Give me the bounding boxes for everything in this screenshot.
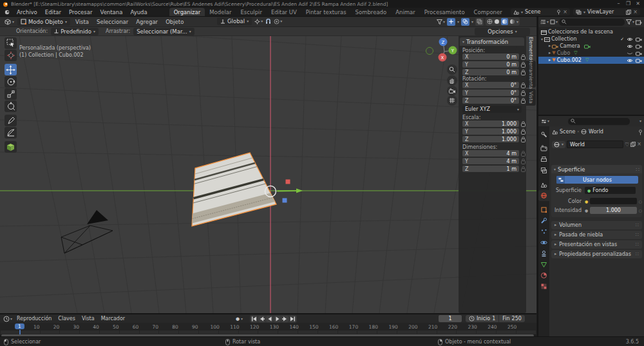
timeline-menu-item[interactable]: Vista	[79, 314, 98, 323]
chevron-down-icon[interactable]: ▾	[471, 20, 473, 24]
lock-icon[interactable]	[521, 90, 526, 96]
color-swatch[interactable]	[590, 198, 637, 204]
snap-magnet-toggle[interactable]	[265, 19, 271, 24]
tool-annotate[interactable]	[5, 115, 17, 126]
outliner-row-cubo002[interactable]: ▸ ▼ Cubo.002 ▽	[538, 57, 644, 64]
options-button[interactable]: Opciones ▾	[475, 28, 530, 35]
zoom-button[interactable]	[447, 64, 457, 75]
world-selector[interactable]: ▾	[552, 141, 565, 148]
disclosure-icon[interactable]: ▸	[549, 58, 551, 62]
position-field[interactable]: Z0 m	[462, 69, 519, 75]
tab-object[interactable]	[538, 204, 549, 215]
pan-button[interactable]	[447, 75, 457, 86]
options-chevron-icon[interactable]: ▾	[639, 119, 641, 123]
outliner-row-camera[interactable]: ▸ Camera	[538, 43, 644, 50]
unlink-icon[interactable]: ×	[633, 10, 638, 15]
new-collection-button[interactable]	[636, 19, 642, 25]
render-camera-icon[interactable]	[636, 44, 642, 49]
menu-item[interactable]: Procesar	[65, 8, 97, 16]
visibility-filter-button[interactable]: ▾	[437, 19, 445, 24]
mode-selector[interactable]: Modo Objeto ▾	[17, 18, 70, 26]
lock-icon[interactable]	[521, 54, 526, 60]
tab-scene[interactable]	[538, 179, 549, 190]
tool-transform[interactable]	[5, 101, 17, 112]
exclude-checkbox[interactable]: ✓	[620, 37, 624, 42]
shading-material-button[interactable]	[501, 18, 508, 25]
tool-select-box[interactable]	[5, 37, 17, 49]
minimize-button[interactable]: –	[614, 0, 623, 8]
shading-rendered-button[interactable]	[509, 19, 515, 24]
timeline-track[interactable]	[0, 331, 536, 334]
scale-field[interactable]: Z1.000	[462, 136, 519, 142]
breadcrumb-scene[interactable]: Scene	[560, 129, 575, 135]
xray-toggle[interactable]	[475, 18, 484, 26]
tool-scale[interactable]	[5, 88, 17, 100]
blender-menu-icon[interactable]	[0, 10, 13, 15]
close-button[interactable]: ✕	[633, 0, 643, 8]
shading-wireframe-button[interactable]	[487, 19, 493, 24]
rotation-mode-dropdown[interactable]: Euler XYZ ▾	[462, 106, 522, 113]
lock-icon[interactable]	[521, 82, 526, 88]
dimension-field[interactable]: X4 m	[462, 150, 519, 157]
editor-type-button[interactable]: ▾	[3, 316, 12, 322]
menu-item[interactable]: Ventana	[96, 8, 126, 16]
collapsed-panel[interactable]: ▸Volumen∷	[551, 221, 642, 229]
collapsed-panel[interactable]: ▸Pasada de niebla∷	[551, 231, 642, 239]
lock-icon[interactable]	[521, 70, 526, 75]
transform-panel-header[interactable]: ▾ Transformación	[460, 37, 524, 46]
workspace-tab[interactable]: Componer	[469, 8, 507, 16]
snap-target-button[interactable]: ▾	[254, 19, 263, 24]
tab-render[interactable]	[538, 143, 549, 154]
lock-icon[interactable]	[521, 98, 526, 104]
drag-setting-dropdown[interactable]: Seleccionar (Mar... ▾	[133, 28, 194, 35]
copy-icon[interactable]	[626, 10, 631, 15]
tab-tool[interactable]	[538, 129, 549, 140]
timeline-ruler[interactable]: 1102030405060708090100110120130140150160…	[0, 323, 536, 331]
n-panel-tab[interactable]: Elemento	[526, 37, 536, 59]
lock-icon[interactable]	[521, 166, 526, 172]
playhead[interactable]	[19, 330, 21, 334]
workspace-tab[interactable]: Sombreado	[351, 8, 392, 16]
workspace-tab[interactable]: Pintar texturas	[301, 8, 351, 16]
tab-object-data[interactable]	[538, 259, 549, 270]
tab-output[interactable]	[538, 154, 549, 165]
tool-move[interactable]	[5, 64, 17, 75]
lock-icon[interactable]	[521, 159, 526, 164]
eye-icon[interactable]	[627, 58, 633, 63]
eye-icon[interactable]	[627, 37, 633, 42]
display-mode-button[interactable]: ▾	[550, 19, 558, 24]
prev-keyframe-button[interactable]	[258, 316, 265, 322]
workspace-tab[interactable]: Organizar	[169, 8, 205, 16]
copy-icon[interactable]	[630, 142, 636, 147]
collapsed-panel[interactable]: ▸Presentación en vistas∷	[551, 240, 642, 249]
viewport-menu-item[interactable]: Seleccionar	[93, 17, 132, 26]
workspace-tab[interactable]: Animar	[391, 8, 420, 16]
render-camera-icon[interactable]	[636, 37, 642, 42]
shading-solid-button[interactable]	[494, 19, 500, 24]
tool-cursor[interactable]	[5, 50, 17, 61]
outliner-row-scene-collection[interactable]: Colecciones de la escena	[538, 28, 644, 35]
timeline-menu-item[interactable]: Marcador	[98, 314, 128, 323]
editor-type-button[interactable]: ▾	[541, 119, 549, 124]
menu-item[interactable]: Ayuda	[126, 8, 151, 16]
viewport-menu-item[interactable]: Agregar	[132, 17, 162, 26]
tab-constraints[interactable]	[538, 248, 549, 259]
viewlayer-selector[interactable]: ▾ ViewLayer ×	[573, 8, 640, 15]
chevron-down-icon[interactable]: ▾	[516, 20, 518, 24]
orientation-selector[interactable]: Global ▾	[217, 17, 252, 25]
viewport-menu-item[interactable]: Objeto	[162, 17, 187, 26]
filter-button[interactable]: ▾	[626, 19, 634, 24]
viewport-menu-item[interactable]: Vista	[71, 17, 93, 26]
render-camera-icon[interactable]	[636, 58, 642, 63]
workspace-tab[interactable]: Editar UV	[267, 8, 301, 16]
tab-texture[interactable]	[538, 281, 549, 292]
tool-measure[interactable]	[5, 127, 17, 139]
tool-rotate[interactable]	[5, 76, 17, 88]
current-frame-field[interactable]: 1	[439, 315, 462, 322]
tab-physics[interactable]	[538, 237, 549, 248]
viewport-3d[interactable]: Z Y X ▾ Modo Objeto ▾ VistaSeleccionarAg…	[0, 17, 536, 313]
menu-item[interactable]: Archivo	[13, 8, 41, 16]
mesh-object-cubo002[interactable]	[192, 153, 276, 226]
intensity-slider[interactable]: 1.000	[590, 207, 637, 214]
lock-icon[interactable]	[521, 62, 526, 68]
